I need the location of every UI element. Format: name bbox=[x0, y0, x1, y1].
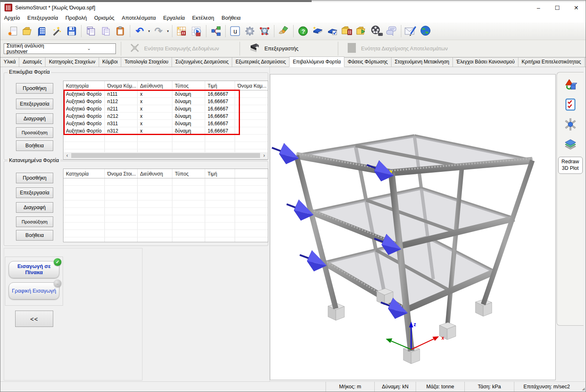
view-nodes-icon[interactable] bbox=[257, 24, 272, 38]
refresh-folder-icon[interactable] bbox=[355, 24, 369, 38]
open-project-icon[interactable] bbox=[20, 24, 35, 38]
table-row[interactable]: Αυξητικό Φορτίο n211 x δύναμη 16,66667 bbox=[63, 105, 268, 113]
tab-analysis-output[interactable]: Αποτελέσματα Ανάλυσης bbox=[584, 57, 586, 67]
units-icon[interactable]: u bbox=[228, 24, 242, 38]
tab-restraints[interactable]: Εξωτερικές Δεσμεύσεις bbox=[232, 57, 290, 67]
module-pre-processor[interactable]: Ενότητα Εισαγωγής Δεδομένων bbox=[126, 42, 222, 55]
table-row[interactable]: Αυξητικό Φορτίο n212 x δύναμη 16,66667 bbox=[63, 113, 268, 120]
copy-icon[interactable] bbox=[84, 24, 98, 38]
wizard-icon[interactable]: ★★★ bbox=[50, 24, 64, 38]
save-icon[interactable] bbox=[64, 24, 79, 38]
table-row[interactable]: Αυξητικό Φορτίο n311 x δύναμη 16,66667 bbox=[63, 120, 268, 127]
video-tutorials-icon[interactable] bbox=[369, 24, 384, 38]
clipboard-icon[interactable] bbox=[113, 24, 128, 38]
maximize-button[interactable]: ☐ bbox=[548, 2, 567, 13]
col-extra[interactable] bbox=[235, 169, 267, 178]
nodal-add-button[interactable]: Προσθήκη bbox=[16, 83, 53, 94]
dist-delete-button[interactable]: Διαγραφή bbox=[16, 202, 53, 213]
menu-define[interactable]: Ορισμός bbox=[91, 14, 118, 22]
col-element-name[interactable]: Όνομα Στοι... bbox=[105, 169, 138, 178]
col-type[interactable]: Τύπος bbox=[172, 81, 205, 90]
col-direction[interactable]: Διεύθυνση bbox=[138, 81, 172, 90]
menu-results[interactable]: Αποτελέσματα bbox=[118, 14, 159, 22]
col-node-name[interactable]: Όνομα Κόμ... bbox=[105, 81, 138, 90]
nodal-edit-button[interactable]: Επεξεργασία bbox=[16, 99, 53, 109]
paste-icon[interactable] bbox=[98, 24, 113, 38]
table-row[interactable]: Αυξητικό Φορτίο n112 x δύναμη 16,66667 bbox=[63, 98, 268, 105]
tab-target-displacement[interactable]: Στοχευόμενη Μετακίνηση bbox=[391, 57, 453, 67]
col-category[interactable]: Κατηγορία bbox=[63, 169, 105, 178]
menu-edit[interactable]: Επεξεργασία bbox=[24, 14, 62, 22]
menu-tools[interactable]: Εργαλεία bbox=[160, 14, 189, 22]
horizontal-scrollbar[interactable]: ‹ › bbox=[64, 152, 267, 159]
manual-book-icon[interactable]: ★ bbox=[310, 24, 325, 38]
menu-view[interactable]: Προβολή bbox=[62, 14, 91, 22]
verification-book-icon[interactable] bbox=[325, 24, 340, 38]
undo-icon[interactable]: ↶ bbox=[132, 24, 147, 38]
email-support-icon[interactable] bbox=[403, 24, 418, 38]
col-type[interactable]: Τύπος bbox=[172, 169, 205, 178]
tab-code-checks[interactable]: Έλεγχοι Βάσει Κανονισμού bbox=[453, 57, 518, 67]
nodal-increment-button[interactable]: Προσαύξηση bbox=[16, 127, 53, 138]
format-brush-icon[interactable] bbox=[276, 24, 291, 38]
minimize-button[interactable]: – bbox=[529, 2, 548, 13]
help-icon[interactable]: ? bbox=[296, 24, 310, 38]
new-project-icon[interactable]: ✸ bbox=[5, 24, 20, 38]
tab-sections[interactable]: Διατομές bbox=[19, 57, 45, 67]
examples-folder-icon[interactable] bbox=[340, 24, 355, 38]
plot-options-icon[interactable] bbox=[563, 78, 577, 92]
col-direction[interactable]: Διεύθυνση bbox=[138, 169, 172, 178]
table-modeller-icon[interactable]: ★ bbox=[174, 24, 189, 38]
resize-grip[interactable]: ◢ bbox=[579, 382, 586, 392]
scroll-right-icon[interactable]: › bbox=[261, 153, 267, 158]
module-processor[interactable]: Επεξεργαστής bbox=[245, 42, 301, 55]
schema-icon[interactable] bbox=[208, 24, 223, 38]
graphic-input-button[interactable]: Γραφική Εισαγωγή .. bbox=[9, 282, 59, 300]
menu-run[interactable]: Εκτέλεση bbox=[188, 14, 218, 22]
3d-axes-icon[interactable] bbox=[563, 117, 577, 131]
tab-materials[interactable]: Υλικά bbox=[0, 57, 19, 67]
undo-dropdown-icon[interactable]: ▾ bbox=[147, 29, 151, 33]
building-modeller-icon[interactable] bbox=[35, 24, 50, 38]
table-row[interactable]: Αυξητικό Φορτίο n312 x δύναμη 16,66667 bbox=[63, 127, 268, 135]
3d-viewport[interactable]: z x bbox=[270, 74, 556, 380]
run-modeller-icon[interactable] bbox=[189, 24, 204, 38]
nodal-delete-button[interactable]: Διαγραφή bbox=[16, 113, 53, 124]
col-category[interactable]: Κατηγορία bbox=[63, 81, 105, 90]
module-post-processor[interactable]: Ενότητα Διαχείρισης Αποτελεσμάτων bbox=[343, 42, 450, 55]
scrollbar-thumb[interactable] bbox=[71, 153, 260, 158]
cell: n312 bbox=[105, 127, 138, 134]
dist-increment-button[interactable]: Προσαύξηση bbox=[16, 216, 53, 227]
tab-performance-criteria[interactable]: Κριτήρια Επιτελεστικότητας bbox=[518, 57, 585, 67]
analysis-type-select[interactable]: Στατική ανάλυση pushover ⌄ bbox=[4, 43, 116, 54]
dist-help-button[interactable]: Βοήθεια bbox=[16, 230, 53, 241]
col-value[interactable]: Τιμή bbox=[205, 169, 235, 178]
menu-file[interactable]: Αρχείο bbox=[0, 14, 24, 22]
tab-loading-phases[interactable]: Φάσεις Φόρτωσης bbox=[344, 57, 391, 67]
dist-edit-button[interactable]: Επεξεργασία bbox=[16, 187, 53, 198]
table-input-button[interactable]: Εισαγωγή σε Πίνακα ✓ bbox=[9, 261, 59, 278]
performance-checklist-icon[interactable] bbox=[563, 98, 577, 112]
redo-icon[interactable]: ↷ bbox=[151, 24, 166, 38]
forum-chat-icon[interactable] bbox=[384, 24, 399, 38]
layers-icon[interactable] bbox=[563, 137, 577, 151]
settings-gear-icon[interactable] bbox=[242, 24, 257, 38]
nodal-help-button[interactable]: Βοήθεια bbox=[16, 140, 53, 151]
tab-applied-loads[interactable]: Επιβαλλόμενα Φορτία bbox=[289, 56, 344, 67]
col-curve-name[interactable]: Όνομα Καμ... bbox=[235, 81, 267, 90]
website-globe-icon[interactable] bbox=[418, 24, 433, 38]
table-row[interactable]: Αυξητικό Φορτίο n111 x δύναμη 16,66667 bbox=[63, 90, 268, 98]
tab-nodes[interactable]: Κόμβοι bbox=[99, 57, 122, 67]
collapse-panel-button[interactable]: << bbox=[15, 311, 53, 327]
tab-element-classes[interactable]: Κατηγορίες Στοιχείων bbox=[45, 57, 99, 67]
redraw-3d-plot-button[interactable]: Redraw 3D Plot bbox=[558, 157, 583, 174]
menu-help[interactable]: Βοήθεια bbox=[218, 14, 244, 22]
tab-element-connectivity[interactable]: Τοπολογία Στοιχείου bbox=[121, 57, 172, 67]
analysis-bar: Στατική ανάλυση pushover ⌄ Ενότητα Εισαγ… bbox=[0, 40, 586, 57]
tab-constraints[interactable]: Συζευγμένες Δεσμεύσεις bbox=[172, 57, 232, 67]
col-value[interactable]: Τιμή bbox=[205, 81, 235, 90]
close-button[interactable]: ✕ bbox=[567, 2, 586, 13]
scroll-left-icon[interactable]: ‹ bbox=[64, 153, 70, 158]
dist-add-button[interactable]: Προσθήκη bbox=[16, 173, 53, 183]
redo-dropdown-icon[interactable]: ▾ bbox=[166, 29, 170, 33]
